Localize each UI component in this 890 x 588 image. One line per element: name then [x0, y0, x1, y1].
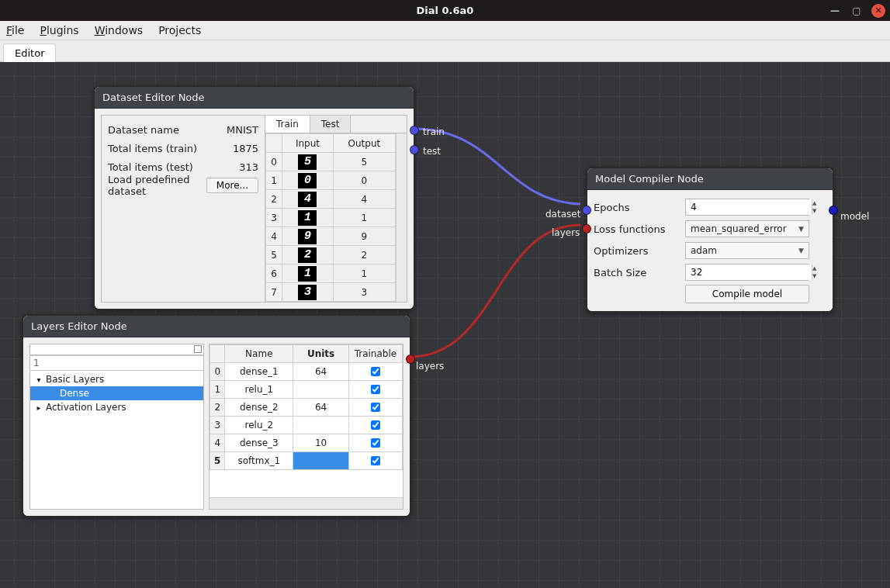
- row-index: 7: [266, 283, 282, 302]
- compile-model-button[interactable]: Compile model: [685, 285, 809, 303]
- layers-table[interactable]: Name Units Trainable 0dense_1641relu_12d…: [210, 344, 403, 470]
- table-row[interactable]: 3relu_2: [210, 417, 403, 434]
- epochs-spinbox[interactable]: ▲▼: [685, 199, 809, 216]
- tree-basic-layers[interactable]: ▾Basic Layers: [30, 372, 203, 386]
- table-row[interactable]: 311: [266, 209, 396, 227]
- node-canvas[interactable]: Dataset Editor Node Dataset name MNIST T…: [0, 62, 890, 588]
- epochs-step-up-icon[interactable]: ▲: [812, 199, 816, 207]
- tab-test[interactable]: Test: [310, 116, 351, 133]
- dataset-editor-node[interactable]: Dataset Editor Node Dataset name MNIST T…: [93, 85, 415, 310]
- batch-spinbox[interactable]: ▲▼: [685, 264, 809, 281]
- table-row[interactable]: 499: [266, 227, 396, 246]
- table-row[interactable]: 4dense_310: [210, 434, 403, 452]
- row-trainable[interactable]: [348, 417, 402, 434]
- row-trainable[interactable]: [348, 452, 402, 470]
- row-trainable[interactable]: [348, 363, 402, 381]
- row-input-image: 5: [282, 153, 334, 171]
- layers-table-hscrollbar[interactable]: [210, 497, 403, 509]
- trainable-checkbox[interactable]: [371, 403, 380, 412]
- row-index: 1: [266, 171, 282, 190]
- compiler-node-title[interactable]: Model Compiler Node: [587, 168, 833, 190]
- optimizer-combobox[interactable]: adam ▼: [685, 242, 809, 259]
- table-row[interactable]: 733: [266, 283, 396, 302]
- dataset-table-scrollbar[interactable]: [396, 133, 407, 302]
- tab-train[interactable]: Train: [265, 116, 310, 133]
- trainable-checkbox[interactable]: [371, 367, 380, 376]
- row-units[interactable]: [293, 381, 349, 399]
- row-layer-name[interactable]: dense_1: [225, 363, 293, 381]
- load-dataset-more-button[interactable]: More...: [206, 178, 258, 193]
- trainable-checkbox[interactable]: [371, 385, 380, 394]
- table-row[interactable]: 5softmx_1: [210, 452, 403, 470]
- table-row[interactable]: 055: [266, 153, 396, 171]
- ly-col-index: [210, 345, 225, 363]
- chevron-down-icon: ▼: [798, 225, 804, 233]
- trainable-checkbox[interactable]: [371, 456, 380, 465]
- layers-editor-node[interactable]: Layers Editor Node 1 ▾Basic Layers Dense…: [22, 314, 411, 517]
- row-layer-name[interactable]: dense_3: [225, 434, 293, 452]
- menu-file[interactable]: File: [5, 22, 26, 38]
- table-row[interactable]: 0dense_164: [210, 363, 403, 381]
- os-titlebar: Dial 0.6a0 — ▢ ✕: [0, 0, 890, 21]
- tree-activation-layers[interactable]: ▸Activation Layers: [30, 400, 203, 414]
- table-row[interactable]: 1relu_1: [210, 381, 403, 399]
- table-row[interactable]: 2dense_264: [210, 399, 403, 417]
- dataset-load-label: Load predefined dataset: [108, 174, 206, 197]
- row-layer-name[interactable]: relu_1: [225, 381, 293, 399]
- dataset-node-title[interactable]: Dataset Editor Node: [95, 87, 414, 109]
- trainable-checkbox[interactable]: [371, 438, 380, 448]
- row-layer-name[interactable]: dense_2: [225, 399, 293, 417]
- menu-projects[interactable]: Projects: [157, 22, 203, 38]
- row-units[interactable]: 10: [293, 434, 349, 452]
- maximize-icon[interactable]: ▢: [850, 4, 864, 18]
- batch-step-down-icon[interactable]: ▼: [812, 272, 816, 280]
- row-trainable[interactable]: [348, 399, 402, 417]
- row-trainable[interactable]: [348, 381, 402, 399]
- row-index: 6: [266, 265, 282, 283]
- port-model-out[interactable]: [829, 206, 838, 215]
- epochs-step-down-icon[interactable]: ▼: [812, 207, 816, 215]
- model-compiler-node[interactable]: Model Compiler Node Epochs ▲▼ Loss funct…: [586, 167, 834, 313]
- row-units[interactable]: 64: [293, 363, 349, 381]
- port-train-label: train: [423, 126, 445, 137]
- epochs-input[interactable]: [686, 199, 812, 215]
- port-dataset-in-label: dataset: [545, 209, 580, 220]
- dataset-test-count-label: Total items (test): [108, 161, 193, 173]
- row-input-image: 2: [282, 246, 334, 265]
- row-output-label: 2: [333, 246, 395, 265]
- port-layers-in-label: layers: [552, 227, 580, 238]
- row-trainable[interactable]: [348, 434, 402, 452]
- close-icon[interactable]: ✕: [871, 4, 885, 18]
- loss-combobox[interactable]: mean_squared_error ▼: [685, 220, 809, 237]
- layer-search-input[interactable]: 1: [30, 355, 203, 371]
- batch-input[interactable]: [686, 265, 812, 280]
- row-layer-name[interactable]: relu_2: [225, 417, 293, 434]
- menu-plugins[interactable]: Plugins: [38, 22, 80, 38]
- table-row[interactable]: 244: [266, 190, 396, 209]
- port-model-out-label: model: [840, 211, 869, 222]
- tree-dense[interactable]: Dense: [30, 386, 203, 400]
- batch-step-up-icon[interactable]: ▲: [812, 265, 816, 272]
- row-layer-name[interactable]: softmx_1: [225, 452, 293, 470]
- row-units[interactable]: 64: [293, 399, 349, 417]
- table-row[interactable]: 100: [266, 171, 396, 190]
- undock-icon[interactable]: [194, 345, 202, 353]
- row-units[interactable]: [293, 452, 349, 470]
- trainable-checkbox[interactable]: [371, 420, 380, 430]
- port-train-out[interactable]: [410, 126, 419, 135]
- main-tabstrip: Editor: [0, 40, 890, 62]
- table-row[interactable]: 611: [266, 265, 396, 283]
- port-layers-in[interactable]: [582, 224, 591, 233]
- table-row[interactable]: 522: [266, 246, 396, 265]
- menu-windows[interactable]: Windows: [93, 22, 145, 38]
- tab-editor[interactable]: Editor: [3, 43, 56, 62]
- row-output-label: 3: [333, 283, 395, 302]
- minimize-icon[interactable]: —: [828, 4, 842, 18]
- layers-node-title[interactable]: Layers Editor Node: [23, 316, 410, 337]
- port-test-out[interactable]: [410, 145, 419, 154]
- port-layers-out[interactable]: [406, 355, 415, 364]
- dataset-sample-table[interactable]: Input Output 055100244311499522611733: [265, 133, 396, 302]
- layer-types-tree[interactable]: ▾Basic Layers Dense ▸Activation Layers: [30, 371, 203, 509]
- port-dataset-in[interactable]: [582, 206, 591, 215]
- row-units[interactable]: [293, 417, 349, 434]
